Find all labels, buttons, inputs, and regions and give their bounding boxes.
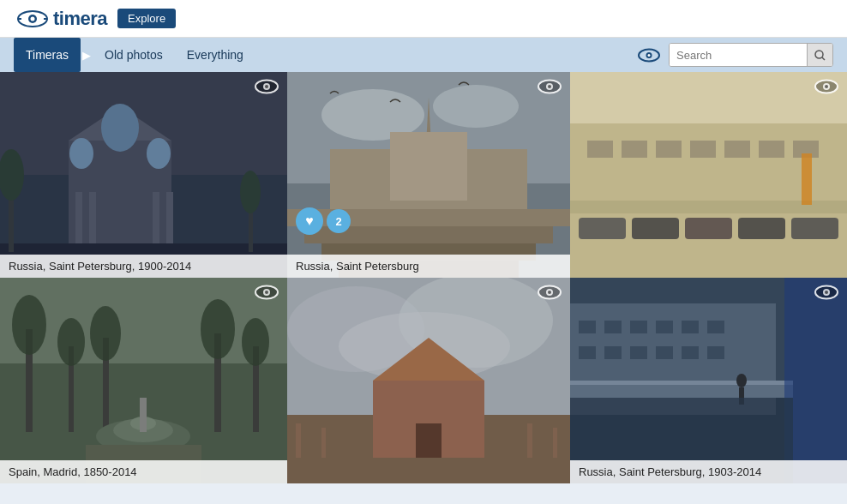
nav-arrow: ▶ bbox=[81, 49, 93, 62]
svg-rect-62 bbox=[570, 72, 847, 278]
photo-illustration-5 bbox=[287, 278, 570, 483]
photo-bg-4 bbox=[0, 278, 287, 483]
photo-cell-2[interactable]: ♥ 2 Russia, Saint Petersburg bbox=[287, 72, 570, 278]
eye-overlay-1 bbox=[255, 79, 279, 98]
photo-illustration-6 bbox=[570, 278, 847, 483]
photo-bg-2 bbox=[287, 72, 570, 278]
photo-illustration-3 bbox=[570, 72, 847, 278]
photo-cell-4[interactable]: Spain, Madrid, 1850-2014 bbox=[0, 278, 287, 483]
photo-label-4: Spain, Madrid, 1850-2014 bbox=[0, 460, 287, 483]
explore-button[interactable]: Explore bbox=[117, 9, 176, 28]
svg-rect-83 bbox=[0, 278, 287, 483]
tab-everything[interactable]: Everything bbox=[175, 38, 255, 72]
search-button[interactable] bbox=[807, 44, 832, 66]
like-heart-2[interactable]: ♥ bbox=[296, 207, 323, 235]
photo-label-2: Russia, Saint Petersburg bbox=[287, 255, 570, 278]
photo-label-6: Russia, Saint Petersburg, 1903-2014 bbox=[570, 460, 847, 483]
svg-line-9 bbox=[822, 57, 825, 60]
logo-eye-icon bbox=[17, 9, 48, 28]
eye-overlay-2 bbox=[538, 79, 562, 98]
photo-bg-6 bbox=[570, 278, 847, 483]
photo-cell-6[interactable]: Russia, Saint Petersburg, 1903-2014 bbox=[570, 278, 847, 483]
nav-eye-icon bbox=[638, 48, 660, 63]
photo-cell-3[interactable] bbox=[570, 72, 847, 278]
svg-point-103 bbox=[548, 291, 551, 294]
svg-point-7 bbox=[648, 54, 651, 57]
photo-bg-3 bbox=[570, 72, 847, 278]
tab-old-photos[interactable]: Old photos bbox=[93, 38, 175, 72]
logo-text: timera bbox=[53, 8, 107, 30]
search-icon bbox=[814, 50, 826, 61]
svg-point-65 bbox=[825, 85, 828, 88]
svg-point-86 bbox=[265, 291, 268, 294]
search-container bbox=[669, 43, 833, 67]
search-input[interactable] bbox=[670, 44, 807, 66]
svg-rect-41 bbox=[287, 72, 570, 278]
tab-timeras[interactable]: Timeras bbox=[14, 38, 81, 72]
navbar: Timeras ▶ Old photos Everything bbox=[0, 38, 847, 72]
like-count-2[interactable]: 2 bbox=[327, 209, 351, 233]
svg-point-128 bbox=[825, 291, 828, 294]
logo: timera bbox=[17, 8, 107, 30]
svg-point-29 bbox=[265, 85, 268, 88]
svg-rect-125 bbox=[570, 278, 847, 483]
like-badge-2: ♥ 2 bbox=[296, 207, 351, 235]
photo-grid: Russia, Saint Petersburg, 1900-2014 bbox=[0, 72, 847, 504]
photo-cell-5[interactable] bbox=[287, 278, 570, 483]
eye-overlay-4 bbox=[255, 285, 279, 303]
photo-illustration-1 bbox=[0, 72, 287, 278]
photo-illustration-4 bbox=[0, 278, 287, 483]
svg-rect-100 bbox=[287, 278, 570, 483]
photo-bg-5 bbox=[287, 278, 570, 483]
photo-illustration-2 bbox=[287, 72, 570, 278]
svg-point-8 bbox=[815, 51, 823, 58]
svg-point-2 bbox=[31, 16, 35, 21]
eye-overlay-5 bbox=[538, 285, 562, 303]
photo-bg-1 bbox=[0, 72, 287, 278]
eye-overlay-3 bbox=[814, 79, 838, 98]
eye-overlay-6 bbox=[814, 285, 838, 303]
photo-label-1: Russia, Saint Petersburg, 1900-2014 bbox=[0, 255, 287, 278]
svg-rect-26 bbox=[0, 72, 287, 278]
photo-cell-1[interactable]: Russia, Saint Petersburg, 1900-2014 bbox=[0, 72, 287, 278]
header: timera Explore bbox=[0, 0, 847, 38]
svg-point-44 bbox=[548, 85, 551, 88]
